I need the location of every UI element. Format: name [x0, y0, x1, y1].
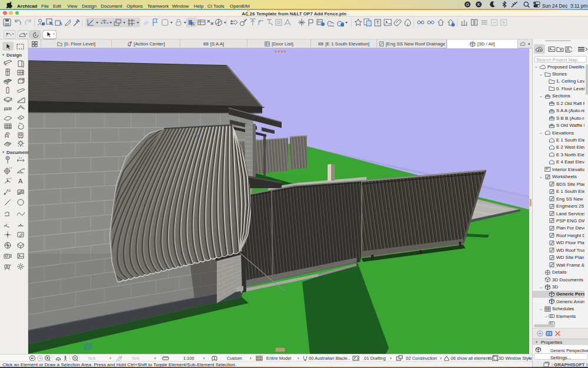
svg-text:1.2: 1.2: [8, 177, 12, 180]
svg-text:α: α: [23, 167, 25, 170]
svg-text:A1: A1: [6, 189, 11, 192]
svg-text:K: K: [477, 2, 480, 6]
svg-text:A: A: [18, 178, 23, 185]
svg-text:G: G: [466, 2, 469, 6]
svg-text:1.2: 1.2: [9, 166, 12, 169]
svg-text:1.2: 1.2: [19, 156, 22, 159]
